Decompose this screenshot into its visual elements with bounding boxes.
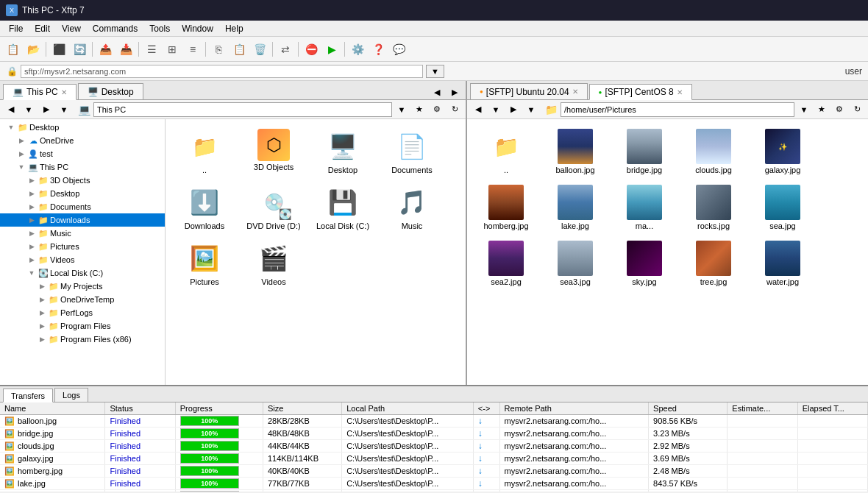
right-path-dropdown[interactable]: ▼ bbox=[796, 102, 812, 117]
right-bookmark-button[interactable]: ★ bbox=[814, 102, 830, 117]
tree-toggle-desktop[interactable]: ▼ bbox=[6, 122, 16, 132]
tree-toggle-desktop2[interactable]: ▶ bbox=[26, 188, 37, 199]
centos-tab-close[interactable]: ✕ bbox=[677, 88, 683, 96]
tree-toggle-program-files[interactable]: ▶ bbox=[37, 321, 47, 331]
tab-centos[interactable]: ● [SFTP] CentOS 8 ✕ bbox=[589, 84, 692, 100]
url-dropdown-button[interactable]: ▼ bbox=[426, 65, 444, 78]
ubuntu-tab-close[interactable]: ✕ bbox=[572, 88, 578, 96]
tree-item-pictures[interactable]: ▶ 📁 Pictures bbox=[0, 240, 165, 253]
right-forward-button[interactable]: ▶ bbox=[505, 102, 522, 117]
file-item-music[interactable]: 🎵 Music bbox=[379, 181, 445, 234]
tree-toggle-onedrivetemp[interactable]: ▶ bbox=[37, 294, 47, 305]
transfers-tab-logs[interactable]: Logs bbox=[54, 388, 88, 402]
right-back-button[interactable]: ◀ bbox=[470, 102, 486, 117]
reconnect-button[interactable]: 🔄 bbox=[70, 40, 89, 59]
sync-button[interactable]: ⇄ bbox=[276, 40, 295, 59]
right-file-item-up[interactable]: 📁 .. bbox=[473, 125, 539, 178]
tree-toggle-3dobjects[interactable]: ▶ bbox=[26, 175, 37, 185]
right-back-dropdown[interactable]: ▼ bbox=[488, 102, 504, 117]
tree-item-perflogs[interactable]: ▶ 📁 PerfLogs bbox=[0, 306, 165, 319]
menu-commands[interactable]: Commands bbox=[87, 22, 143, 35]
right-forward-dropdown[interactable]: ▼ bbox=[523, 102, 539, 117]
right-file-item-homberg[interactable]: homberg.jpg bbox=[473, 181, 539, 234]
stop-button[interactable]: ⛔ bbox=[302, 40, 321, 59]
copy-button[interactable]: ⎘ bbox=[209, 40, 228, 59]
tree-item-onedrivetemp[interactable]: ▶ 📁 OneDriveTemp bbox=[0, 293, 165, 306]
file-item-desktop[interactable]: 🖥️ Desktop bbox=[310, 125, 376, 178]
menu-file[interactable]: File bbox=[3, 22, 29, 35]
tab-this-pc[interactable]: 💻 This PC ✕ bbox=[3, 84, 77, 100]
tree-item-onedrive[interactable]: ▶ ☁ OneDrive bbox=[0, 134, 165, 147]
right-refresh-button[interactable]: ↻ bbox=[849, 102, 865, 117]
tree-toggle-perflogs[interactable]: ▶ bbox=[37, 308, 47, 318]
right-file-item-bridge[interactable]: bridge.jpg bbox=[611, 125, 677, 178]
tree-item-music[interactable]: ▶ 📁 Music bbox=[0, 227, 165, 240]
tree-toggle-videos[interactable]: ▶ bbox=[26, 255, 37, 265]
right-file-item-sky[interactable]: sky.jpg bbox=[611, 237, 677, 290]
tree-item-downloads[interactable]: ▶ 📁 Downloads bbox=[0, 213, 165, 227]
right-file-item-clouds[interactable]: clouds.jpg bbox=[680, 125, 747, 178]
settings-button[interactable]: ⚙️ bbox=[348, 40, 367, 59]
tree-item-3dobjects[interactable]: ▶ 📁 3D Objects bbox=[0, 174, 165, 187]
right-file-item-sea2[interactable]: sea2.jpg bbox=[473, 237, 539, 290]
tree-toggle-program-files-x86[interactable]: ▶ bbox=[37, 334, 47, 344]
left-forward-dropdown[interactable]: ▼ bbox=[56, 102, 72, 117]
chat-button[interactable]: 💬 bbox=[389, 40, 408, 59]
right-settings-button[interactable]: ⚙ bbox=[831, 102, 847, 117]
file-item-videos[interactable]: 🎬 Videos bbox=[241, 237, 307, 290]
file-item-up[interactable]: 📁 .. bbox=[171, 125, 238, 178]
delete-button[interactable]: 🗑️ bbox=[250, 40, 269, 59]
start-button[interactable]: ▶ bbox=[322, 40, 341, 59]
left-bookmark-button[interactable]: ★ bbox=[411, 102, 427, 117]
file-item-pictures[interactable]: 🖼️ Pictures bbox=[171, 237, 238, 290]
right-file-item-tree[interactable]: tree.jpg bbox=[680, 237, 747, 290]
left-settings2-button[interactable]: ⚙ bbox=[429, 102, 445, 117]
file-item-3dobjects[interactable]: ⬡ 3D Objects bbox=[241, 125, 307, 178]
left-tab-prev[interactable]: ◀ bbox=[429, 85, 445, 99]
right-file-item-rocks[interactable]: rocks.jpg bbox=[680, 181, 747, 234]
right-path-input[interactable] bbox=[561, 102, 794, 117]
tree-item-desktop2[interactable]: ▶ 📁 Desktop bbox=[0, 187, 165, 200]
right-file-item-sea3[interactable]: sea3.jpg bbox=[542, 237, 608, 290]
tree-item-program-files[interactable]: ▶ 📁 Program Files bbox=[0, 319, 165, 333]
tree-item-local-disk-c[interactable]: ▼ 💽 Local Disk (C:) bbox=[0, 266, 165, 280]
tree-toggle-onedrive[interactable]: ▶ bbox=[16, 135, 26, 146]
tree-toggle-this-pc[interactable]: ▼ bbox=[16, 162, 26, 172]
left-path-input[interactable] bbox=[93, 102, 392, 117]
tree-toggle-downloads[interactable]: ▶ bbox=[26, 215, 37, 225]
view-grid-button[interactable]: ⊞ bbox=[163, 40, 182, 59]
upload-button[interactable]: 📤 bbox=[96, 40, 115, 59]
tree-item-videos[interactable]: ▶ 📁 Videos bbox=[0, 253, 165, 266]
tree-toggle-music[interactable]: ▶ bbox=[26, 228, 37, 238]
file-item-dvd[interactable]: 💿 💽 DVD Drive (D:) bbox=[241, 181, 307, 234]
menu-window[interactable]: Window bbox=[176, 22, 219, 35]
tree-item-test[interactable]: ▶ 👤 test bbox=[0, 147, 165, 160]
right-file-item-sea[interactable]: sea.jpg bbox=[750, 181, 816, 234]
left-refresh-button[interactable]: ↻ bbox=[447, 102, 463, 117]
right-file-item-water[interactable]: water.jpg bbox=[750, 237, 816, 290]
this-pc-tab-close[interactable]: ✕ bbox=[61, 88, 67, 96]
right-file-item-malibu[interactable]: ma... bbox=[611, 181, 677, 234]
download-button[interactable]: 📥 bbox=[116, 40, 135, 59]
disconnect-button[interactable]: ⬛ bbox=[49, 40, 68, 59]
tree-toggle-test[interactable]: ▶ bbox=[16, 149, 26, 159]
right-file-item-galaxy[interactable]: ✨ galaxy.jpg bbox=[750, 125, 816, 178]
new-session-button[interactable]: 📋 bbox=[3, 40, 22, 59]
tree-item-documents[interactable]: ▶ 📁 Documents bbox=[0, 200, 165, 213]
tree-toggle-my-projects[interactable]: ▶ bbox=[37, 281, 47, 291]
tree-toggle-local-disk[interactable]: ▼ bbox=[26, 268, 37, 278]
left-tab-next[interactable]: ▶ bbox=[447, 85, 463, 99]
file-item-documents[interactable]: 📄 Documents bbox=[379, 125, 445, 178]
tab-ubuntu[interactable]: ● [SFTP] Ubuntu 20.04 ✕ bbox=[470, 83, 588, 99]
tree-item-desktop[interactable]: ▼ 📁 Desktop bbox=[0, 121, 165, 134]
file-item-downloads[interactable]: ⬇️ Downloads bbox=[171, 181, 238, 234]
paste-button[interactable]: 📋 bbox=[230, 40, 249, 59]
tree-item-program-files-x86[interactable]: ▶ 📁 Program Files (x86) bbox=[0, 333, 165, 346]
menu-tools[interactable]: Tools bbox=[143, 22, 176, 35]
view-details-button[interactable]: ≡ bbox=[183, 40, 202, 59]
tree-item-my-projects[interactable]: ▶ 📁 My Projects bbox=[0, 280, 165, 293]
help-button[interactable]: ❓ bbox=[369, 40, 388, 59]
file-item-local-disk[interactable]: 💾 Local Disk (C:) bbox=[310, 181, 376, 234]
tree-toggle-documents[interactable]: ▶ bbox=[26, 202, 37, 212]
tree-toggle-pictures[interactable]: ▶ bbox=[26, 241, 37, 252]
